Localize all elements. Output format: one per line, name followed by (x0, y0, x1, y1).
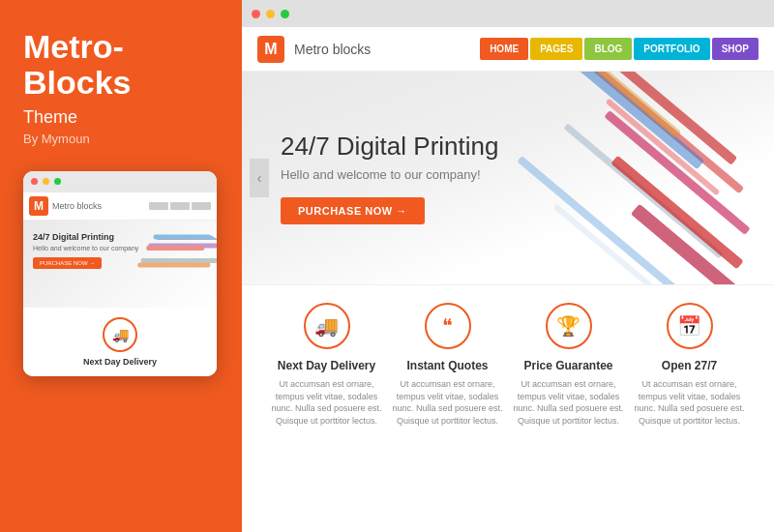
mobile-dot-green (54, 178, 61, 185)
feature-icon-3: 📅 (667, 303, 713, 349)
hero-btn-label: PURCHASE NOW → (298, 205, 407, 217)
mobile-nav-dots (149, 202, 211, 210)
hero-prev-arrow[interactable]: ‹ (250, 159, 269, 197)
mobile-dot-red (31, 178, 38, 185)
mobile-truck-icon: 🚚 (112, 327, 129, 342)
hero-purchase-btn[interactable]: PURCHASE NOW → (281, 197, 425, 224)
browser-dot-red (252, 10, 260, 18)
mobile-feature-title: Next Day Delivery (83, 357, 157, 367)
feature-item-2: 🏆 Price Guarantee Ut accumsan est ornare… (513, 303, 624, 427)
feature-title-2: Price Guarantee (523, 359, 612, 372)
mobile-purchase-btn[interactable]: PURCHASE NOW → (33, 257, 102, 269)
mobile-hero: 24/7 Digital Printing Hello and welcome … (23, 221, 217, 308)
hero-text-block: 24/7 Digital Printing Hello and welcome … (281, 132, 498, 224)
nav-pages[interactable]: PAGES (530, 38, 582, 60)
feature-icon-2: 🏆 (546, 303, 592, 349)
site-header: M Metro blocks HOME PAGES BLOG PORTFOLIO… (242, 27, 774, 72)
right-panel: M Metro blocks HOME PAGES BLOG PORTFOLIO… (242, 0, 774, 532)
feature-icon-symbol-0: 🚚 (314, 314, 339, 338)
mobile-logo-area: M Metro blocks (23, 192, 217, 221)
feature-item-1: ❝ Instant Quotes Ut accumsan est ornare,… (392, 303, 503, 427)
nav-shop[interactable]: SHOP (712, 38, 759, 60)
feature-icon-symbol-1: ❝ (442, 314, 453, 338)
mobile-nav-dot-1 (149, 202, 168, 210)
mobile-logo-text: Metro blocks (52, 201, 102, 211)
mobile-nav-dot-3 (192, 202, 211, 210)
mobile-feature-icon: 🚚 (103, 317, 137, 352)
mobile-mockup: M Metro blocks 24/7 Digital Printing Hel… (23, 171, 217, 376)
site-logo-icon: M (257, 36, 284, 63)
browser-content: M Metro blocks HOME PAGES BLOG PORTFOLIO… (242, 27, 774, 532)
theme-subtitle: Theme (23, 107, 77, 128)
mobile-top-bar (23, 171, 217, 192)
mobile-hero-subtitle: Hello and welcome to our company (33, 245, 207, 251)
left-panel: Metro-Blocks Theme By Mymoun M Metro blo… (0, 0, 242, 532)
feature-icon-1: ❝ (425, 303, 471, 349)
mobile-nav-dot-2 (170, 202, 190, 210)
site-nav: HOME PAGES BLOG PORTFOLIO SHOP (480, 38, 759, 60)
mobile-dot-yellow (43, 178, 49, 185)
nav-portfolio[interactable]: PORTFOLIO (634, 38, 709, 60)
mobile-hero-title: 24/7 Digital Printing (33, 232, 207, 244)
feature-title-3: Open 27/7 (662, 359, 717, 372)
feature-desc-3: Ut accumsan est ornare, tempus velit vit… (634, 378, 745, 427)
hero-title: 24/7 Digital Printing (281, 132, 498, 162)
feature-desc-0: Ut accumsan est ornare, tempus velit vit… (271, 378, 382, 427)
browser-dot-green (281, 10, 289, 18)
mobile-features: 🚚 Next Day Delivery (23, 308, 217, 376)
feature-desc-1: Ut accumsan est ornare, tempus velit vit… (392, 378, 503, 427)
nav-home[interactable]: HOME (480, 38, 528, 60)
site-features: 🚚 Next Day Delivery Ut accumsan est orna… (242, 284, 774, 444)
feature-item-3: 📅 Open 27/7 Ut accumsan est ornare, temp… (634, 303, 745, 427)
nav-blog[interactable]: BLOG (584, 38, 632, 60)
feature-icon-0: 🚚 (304, 303, 350, 349)
feature-desc-2: Ut accumsan est ornare, tempus velit vit… (513, 378, 624, 427)
browser-chrome (242, 0, 774, 27)
browser-dot-yellow (266, 10, 275, 18)
feature-icon-symbol-3: 📅 (677, 314, 701, 338)
feature-icon-symbol-2: 🏆 (556, 314, 580, 338)
mobile-logo-icon: M (29, 196, 48, 216)
theme-author: By Mymoun (23, 132, 90, 146)
site-logo-text: Metro blocks (294, 42, 371, 57)
feature-title-0: Next Day Delivery (278, 359, 375, 372)
feature-title-1: Instant Quotes (406, 359, 488, 372)
site-hero: ‹ 24/7 Digital Printing Hello and welcom… (242, 72, 774, 284)
hero-subtitle: Hello and welcome to our company! (281, 167, 498, 182)
feature-item-0: 🚚 Next Day Delivery Ut accumsan est orna… (271, 303, 382, 427)
theme-title: Metro-Blocks (23, 29, 132, 102)
